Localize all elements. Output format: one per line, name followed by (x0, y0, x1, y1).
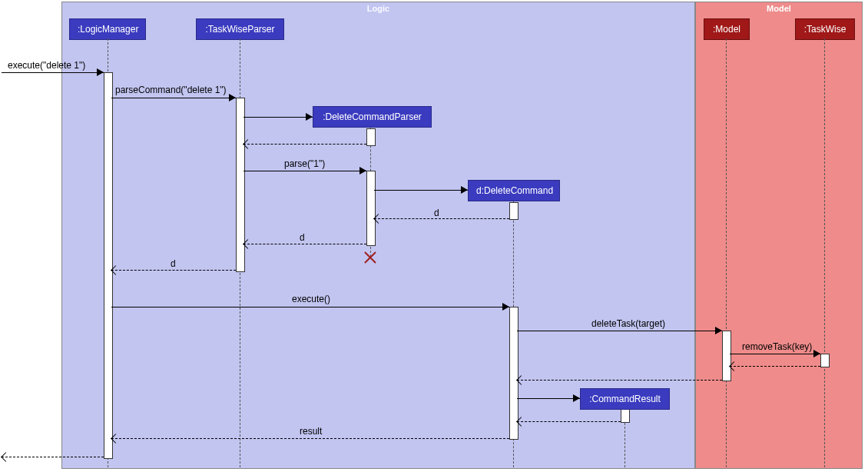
lifeline-model (726, 38, 727, 467)
lifeline-taskwise (824, 38, 825, 467)
activation-dc-1 (509, 202, 518, 220)
arrow-create-dc (374, 190, 468, 191)
activation-logicmanager (104, 72, 113, 459)
participant-logicmanager: :LogicManager (69, 18, 146, 40)
activation-dcp-1 (366, 128, 376, 146)
arrowhead-create-cr (573, 394, 580, 402)
msg-parse: parse("1") (284, 158, 325, 169)
msg-d1: d (434, 208, 439, 218)
msg-deletetask: deleteTask(target) (591, 318, 665, 329)
arrow-create-dcp (244, 117, 313, 118)
arrowhead-execute2 (502, 303, 509, 311)
msg-execute2: execute() (292, 294, 330, 304)
return-outside (2, 457, 104, 457)
arrow-parse (244, 171, 366, 171)
sequence-diagram: Logic Model :LogicManager :TaskWiseParse… (0, 0, 868, 472)
arrowhead-create-dcp (306, 113, 313, 121)
return-deletetask (517, 380, 722, 381)
msg-d3: d (171, 258, 176, 269)
arrowhead-parse (359, 167, 366, 175)
activation-model (722, 331, 731, 381)
participant-commandresult: :CommandResult (580, 388, 670, 410)
participant-taskwise: :TaskWise (795, 18, 855, 40)
msg-d2: d (300, 232, 305, 243)
return-d1 (374, 218, 509, 219)
frame-logic-title: Logic (367, 4, 389, 13)
msg-execute1: execute("delete 1") (8, 60, 85, 71)
arrow-deletetask (517, 331, 722, 331)
arrow-create-cr (517, 398, 580, 399)
return-removetask (730, 366, 820, 367)
arrowhead-removetask (813, 350, 820, 357)
destroy-dcp-icon (363, 249, 378, 264)
msg-parsecommand: parseCommand("delete 1") (115, 85, 227, 95)
participant-model: :Model (704, 18, 750, 40)
arrowhead-deletetask (715, 327, 722, 334)
arrow-execute2 (111, 307, 509, 307)
return-d2 (244, 244, 366, 244)
return-result (111, 438, 509, 439)
arrowhead-create-dc (461, 186, 468, 194)
msg-removetask: removeTask(key) (742, 341, 812, 352)
return-cr (517, 421, 621, 422)
participant-deletecommandparser: :DeleteCommandParser (313, 106, 432, 128)
arrowhead-parsecommand (229, 94, 236, 101)
arrow-removetask (730, 354, 820, 354)
arrow-parsecommand (111, 98, 236, 98)
activation-commandresult (621, 409, 630, 423)
arrow-execute1 (2, 72, 104, 73)
activation-dcp-2 (366, 171, 376, 246)
frame-model-title: Model (767, 4, 791, 13)
activation-taskwiseparser (236, 98, 245, 272)
activation-taskwise (820, 354, 830, 367)
arrowhead-execute1 (97, 68, 104, 76)
participant-deletecommand: d:DeleteCommand (468, 180, 560, 201)
participant-taskwiseparser: :TaskWiseParser (196, 18, 284, 40)
frame-model: Model (695, 2, 863, 469)
return-create-dcp (244, 144, 366, 145)
msg-result: result (300, 426, 322, 437)
return-d3 (111, 270, 236, 271)
